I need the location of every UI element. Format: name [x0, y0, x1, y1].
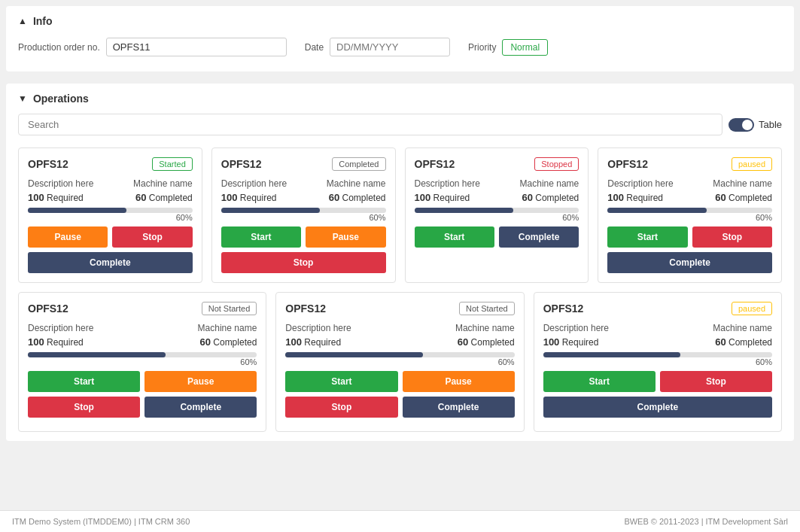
card-description: Description here [543, 323, 609, 333]
progress-wrap: 60% [285, 352, 514, 366]
completed-num: 60 Completed [522, 192, 579, 203]
progress-wrap: 60% [543, 352, 772, 366]
operation-card: OPFS12 paused Description here Machine n… [534, 292, 782, 432]
progress-bar-fill [415, 208, 513, 213]
search-input[interactable] [18, 114, 722, 135]
progress-label: 60% [221, 213, 386, 222]
btn-start[interactable]: Start [607, 226, 687, 248]
ops-section-header[interactable]: ▼ Operations [18, 93, 89, 105]
progress-wrap: 60% [607, 208, 772, 222]
card-machine-label: Machine name [133, 178, 193, 189]
table-toggle[interactable] [729, 118, 754, 132]
info-section-title: Info [33, 15, 53, 27]
card-header: OPFS12 Started [28, 157, 193, 171]
required-num: 100 Required [415, 192, 470, 203]
toggle-wrap: Table [729, 118, 782, 132]
card-description-row: Description here Machine name [607, 178, 772, 189]
status-badge: Not Started [202, 302, 257, 315]
completed-num: 60 Completed [135, 192, 193, 203]
status-badge: Stopped [534, 157, 579, 171]
required-num: 100 Required [285, 336, 341, 348]
card-description: Description here [607, 178, 673, 189]
required-num: 100 Required [543, 336, 599, 348]
btn-pause[interactable]: Pause [144, 371, 257, 392]
status-badge: Completed [332, 157, 385, 171]
operation-card: OPFS12 Completed Description here Machin… [211, 147, 396, 283]
progress-wrap: 60% [28, 208, 193, 222]
production-order-input[interactable] [106, 38, 287, 56]
search-bar-wrap: Table [18, 114, 782, 135]
progress-bar-bg [607, 208, 772, 213]
btn-stop-full[interactable]: Stop [221, 252, 386, 273]
operation-card: OPFS12 Not Started Description here Mach… [275, 292, 524, 432]
cards-row1: OPFS12 Started Description here Machine … [18, 147, 782, 283]
card-numbers: 100 Required 60 Completed [607, 192, 772, 203]
info-fields: Production order no. Date Priority Norma… [18, 35, 782, 62]
card-numbers: 100 Required 60 Completed [221, 192, 386, 203]
progress-bar-bg [543, 352, 772, 357]
card-title: OPFS12 [607, 158, 648, 170]
priority-field: Priority Normal [468, 39, 548, 56]
card-description: Description here [28, 323, 93, 333]
progress-bar-bg [28, 352, 257, 357]
full-button-row: StopComplete [28, 397, 257, 418]
button-row: StartStop [607, 226, 772, 248]
full-button-row: StopComplete [285, 397, 514, 418]
card-title: OPFS12 [28, 302, 68, 315]
completed-num: 60 Completed [458, 336, 515, 348]
btn-stop[interactable]: Stop [692, 226, 772, 248]
progress-bar-fill [543, 352, 681, 357]
ops-section-title: Operations [33, 93, 89, 105]
card-numbers: 100 Required 60 Completed [28, 336, 257, 348]
btn-start[interactable]: Start [221, 226, 301, 248]
btn-complete-full[interactable]: Complete [403, 397, 515, 418]
priority-label: Priority [468, 42, 496, 53]
completed-num: 60 Completed [715, 336, 772, 348]
button-row: StartComplete [415, 226, 579, 248]
btn-start[interactable]: Start [28, 371, 140, 392]
info-chevron-icon: ▲ [18, 16, 27, 26]
status-badge: paused [732, 157, 772, 171]
card-description: Description here [415, 178, 480, 189]
btn-start[interactable]: Start [415, 226, 494, 248]
date-input[interactable] [330, 38, 450, 56]
button-row: PauseStop [28, 226, 193, 248]
card-title: OPFS12 [543, 302, 584, 315]
progress-wrap: 60% [221, 208, 386, 222]
progress-wrap: 60% [28, 352, 257, 366]
btn-pause[interactable]: Pause [28, 226, 108, 248]
btn-pause[interactable]: Pause [306, 226, 385, 248]
card-machine-label: Machine name [520, 178, 579, 189]
btn-complete[interactable]: Complete [499, 226, 579, 248]
btn-complete-full[interactable]: Complete [607, 252, 772, 273]
btn-complete-full[interactable]: Complete [28, 252, 193, 273]
btn-stop[interactable]: Stop [660, 371, 772, 392]
ops-header: ▼ Operations [18, 93, 782, 105]
card-header: OPFS12 Not Started [285, 302, 514, 315]
btn-start[interactable]: Start [285, 371, 397, 392]
btn-complete-full[interactable]: Complete [144, 397, 257, 418]
info-section-header[interactable]: ▲ Info [18, 15, 782, 27]
card-description: Description here [285, 323, 351, 333]
btn-stop-full[interactable]: Stop [285, 397, 397, 418]
progress-label: 60% [28, 357, 257, 366]
btn-start[interactable]: Start [543, 371, 656, 392]
btn-stop[interactable]: Stop [112, 226, 192, 248]
card-description-row: Description here Machine name [415, 178, 579, 189]
completed-num: 60 Completed [715, 192, 772, 203]
cards-row2: OPFS12 Not Started Description here Mach… [18, 292, 782, 432]
button-row: StartPause [221, 226, 386, 248]
btn-stop-full[interactable]: Stop [28, 397, 140, 418]
operation-card: OPFS12 Not Started Description here Mach… [18, 292, 266, 432]
card-numbers: 100 Required 60 Completed [415, 192, 579, 203]
status-badge: paused [732, 302, 772, 315]
card-machine-label: Machine name [455, 323, 515, 333]
progress-label: 60% [415, 213, 579, 222]
btn-pause[interactable]: Pause [403, 371, 515, 392]
completed-num: 60 Completed [329, 192, 386, 203]
btn-complete-full[interactable]: Complete [543, 397, 772, 418]
progress-bar-bg [415, 208, 579, 213]
progress-bar-fill [28, 352, 166, 357]
card-machine-label: Machine name [327, 178, 386, 189]
progress-wrap: 60% [415, 208, 579, 222]
